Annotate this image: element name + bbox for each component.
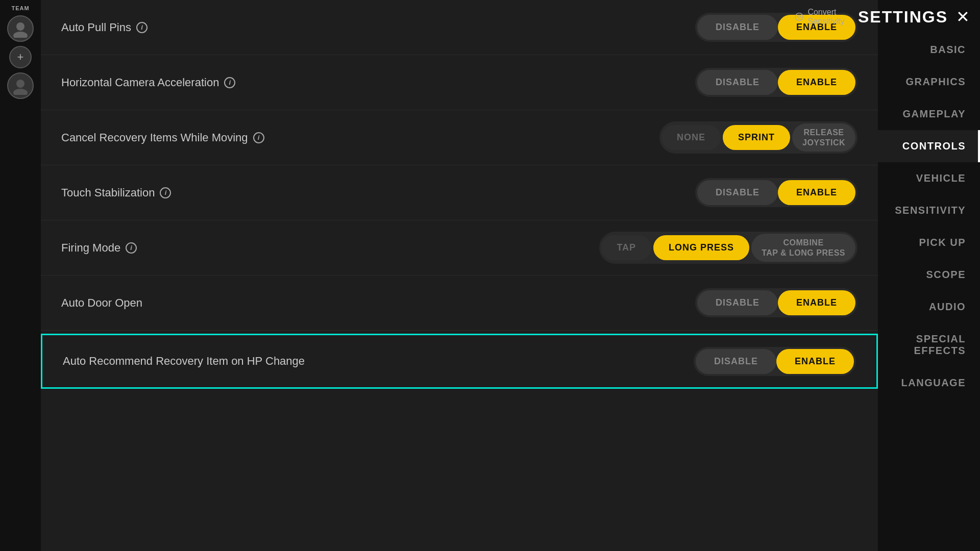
btn-group-cancel-recovery: NONE SPRINT RELEASEJOYSTICK <box>659 121 857 153</box>
btn-group-auto-door-open: DISABLE ENABLE <box>695 288 857 317</box>
setting-label-auto-recommend-recovery: Auto Recommend Recovery Item on HP Chang… <box>63 355 305 368</box>
enable-btn-touch-stabilization[interactable]: ENABLE <box>778 180 855 205</box>
right-panel: Convert Sensitivity SETTINGS ✕ BASIC GRA… <box>878 0 980 551</box>
info-icon-auto-pull-pins[interactable]: i <box>136 22 148 33</box>
main-content: Auto Pull Pins i DISABLE ENABLE Horizont… <box>41 0 878 551</box>
setting-label-touch-stabilization: Touch Stabilization i <box>61 186 171 199</box>
settings-title: SETTINGS <box>858 8 948 27</box>
btn-group-horizontal-camera: DISABLE ENABLE <box>695 68 857 97</box>
team-label: TEAM <box>11 5 29 11</box>
btn-group-touch-stabilization: DISABLE ENABLE <box>695 178 857 207</box>
settings-list: Auto Pull Pins i DISABLE ENABLE Horizont… <box>41 0 878 389</box>
info-icon-cancel-recovery[interactable]: i <box>253 132 264 143</box>
setting-label-horizontal-camera: Horizontal Camera Acceleration i <box>61 76 235 89</box>
convert-sensitivity-label: Convert Sensitivity <box>807 8 850 26</box>
nav-item-graphics[interactable]: GRAPHICS <box>878 66 980 98</box>
disable-btn-horizontal-camera[interactable]: DISABLE <box>697 70 778 95</box>
nav-item-sensitivity[interactable]: SENSITIVITY <box>878 194 980 227</box>
btn-group-firing-mode: TAP LONG PRESS COMBINETAP & LONG PRESS <box>599 232 857 263</box>
nav-item-controls[interactable]: CONTROLS <box>878 130 980 162</box>
add-player-button[interactable]: + <box>9 46 32 68</box>
disable-btn-touch-stabilization[interactable]: DISABLE <box>697 180 778 205</box>
close-button[interactable]: ✕ <box>956 7 970 27</box>
nav-item-special-effects[interactable]: SPECIAL EFFECTS <box>878 323 980 367</box>
right-panel-header: Convert Sensitivity SETTINGS ✕ <box>878 0 980 34</box>
nav-item-gameplay[interactable]: GAMEPLAY <box>878 98 980 130</box>
long-press-btn-firing-mode[interactable]: LONG PRESS <box>653 235 749 260</box>
info-icon-firing-mode[interactable]: i <box>126 242 137 254</box>
left-sidebar: TEAM + <box>0 0 41 551</box>
setting-row-horizontal-camera: Horizontal Camera Acceleration i DISABLE… <box>41 55 878 110</box>
release-joystick-btn-cancel-recovery[interactable]: RELEASEJOYSTICK <box>792 123 855 151</box>
convert-sensitivity-button[interactable]: Convert Sensitivity <box>795 8 850 26</box>
player-avatar[interactable] <box>7 15 34 42</box>
info-icon-horizontal-camera[interactable]: i <box>224 77 235 88</box>
btn-group-auto-recommend-recovery: DISABLE ENABLE <box>694 347 856 376</box>
none-btn-cancel-recovery[interactable]: NONE <box>662 125 721 150</box>
setting-label-auto-door-open: Auto Door Open <box>61 296 142 310</box>
setting-row-auto-recommend-recovery: Auto Recommend Recovery Item on HP Chang… <box>41 334 878 389</box>
nav-item-scope[interactable]: SCOPE <box>878 259 980 291</box>
nav-item-vehicle[interactable]: VEHICLE <box>878 162 980 194</box>
teammate-avatar[interactable] <box>7 72 34 99</box>
disable-btn-auto-door-open[interactable]: DISABLE <box>697 290 778 315</box>
svg-point-1 <box>13 32 28 38</box>
setting-label-cancel-recovery: Cancel Recovery Items While Moving i <box>61 131 264 144</box>
sprint-btn-cancel-recovery[interactable]: SPRINT <box>723 125 790 150</box>
disable-btn-auto-pull-pins[interactable]: DISABLE <box>697 15 778 40</box>
setting-row-firing-mode: Firing Mode i TAP LONG PRESS COMBINETAP … <box>41 220 878 276</box>
disable-btn-auto-recommend-recovery[interactable]: DISABLE <box>696 349 776 374</box>
setting-label-firing-mode: Firing Mode i <box>61 241 137 255</box>
info-icon-touch-stabilization[interactable]: i <box>160 187 171 198</box>
setting-row-auto-pull-pins: Auto Pull Pins i DISABLE ENABLE <box>41 0 878 55</box>
svg-point-3 <box>13 89 28 95</box>
combine-btn-firing-mode[interactable]: COMBINETAP & LONG PRESS <box>751 234 855 261</box>
enable-btn-horizontal-camera[interactable]: ENABLE <box>778 70 855 95</box>
nav-item-basic[interactable]: BASIC <box>878 34 980 66</box>
enable-btn-auto-door-open[interactable]: ENABLE <box>778 290 855 315</box>
setting-row-auto-door-open: Auto Door Open DISABLE ENABLE <box>41 276 878 331</box>
nav-item-audio[interactable]: AUDIO <box>878 291 980 323</box>
nav-item-language[interactable]: LANGUAGE <box>878 367 980 399</box>
convert-sensitivity-icon <box>795 10 803 24</box>
enable-btn-auto-recommend-recovery[interactable]: ENABLE <box>776 349 854 374</box>
settings-nav: BASIC GRAPHICS GAMEPLAY CONTROLS VEHICLE… <box>878 34 980 399</box>
setting-row-cancel-recovery: Cancel Recovery Items While Moving i NON… <box>41 110 878 165</box>
tap-btn-firing-mode[interactable]: TAP <box>601 235 651 260</box>
svg-point-0 <box>16 22 24 31</box>
svg-point-2 <box>16 80 24 88</box>
nav-item-pick-up[interactable]: PICK UP <box>878 227 980 259</box>
setting-row-touch-stabilization: Touch Stabilization i DISABLE ENABLE <box>41 165 878 220</box>
setting-label-auto-pull-pins: Auto Pull Pins i <box>61 21 148 34</box>
svg-point-4 <box>795 13 803 21</box>
